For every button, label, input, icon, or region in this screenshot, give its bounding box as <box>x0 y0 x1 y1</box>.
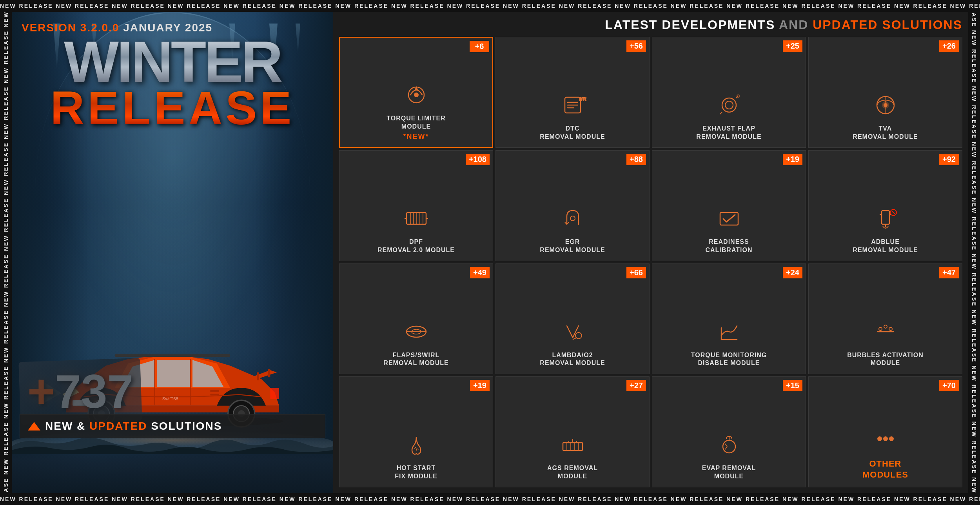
module-icon-torque-monitoring <box>713 316 745 347</box>
left-panel: VERSION 3.2.0.0 JANUARY 2025 WINTER RELE… <box>12 12 333 493</box>
svg-text:DTC: DTC <box>579 97 586 102</box>
module-icon-dpf-removal <box>401 203 432 234</box>
module-badge-hot-start: +19 <box>470 380 490 391</box>
module-badge-dpf-removal: +108 <box>466 154 490 165</box>
module-card-lambda[interactable]: +66LAMBDA/O2REMOVAL MODULE <box>495 263 650 374</box>
svg-rect-12 <box>257 372 259 380</box>
module-name-ags-removal: AGS REMOVALMODULE <box>547 464 598 481</box>
main-content: VERSION 3.2.0.0 JANUARY 2025 WINTER RELE… <box>12 12 968 493</box>
module-name-torque-monitoring: TORQUE MONITORINGDISABLE MODULE <box>691 351 767 368</box>
header-and: AND <box>779 18 813 32</box>
module-name-torque-limiter: TORQUE LIMITERMODULE <box>387 114 446 131</box>
module-icon-flaps-swirl <box>401 316 432 347</box>
module-icon-egr-removal <box>557 203 588 234</box>
module-name-adblue: ADBLUEREMOVAL MODULE <box>853 238 918 254</box>
module-badge-evap-removal: +15 <box>783 380 802 391</box>
winter-title-section: WINTER RELEASE <box>20 37 325 129</box>
module-badge-dtc-removal: +56 <box>626 40 646 52</box>
winter-word: WINTER <box>20 37 325 87</box>
module-card-tva-removal[interactable]: +26TVAREMOVAL MODULE <box>808 37 962 148</box>
svg-point-57 <box>889 437 893 441</box>
svg-rect-14 <box>210 390 219 392</box>
triangle-icon <box>28 422 40 431</box>
module-icon-exhaust-flap <box>713 89 745 121</box>
module-name-flaps-swirl: FLAPS/SWIRLREMOVAL MODULE <box>383 351 448 368</box>
module-card-exhaust-flap[interactable]: +25EXHAUST FLAPREMOVAL MODULE <box>652 37 806 148</box>
module-card-dpf-removal[interactable]: +108DPFREMOVAL 2.0 MODULE <box>339 150 493 261</box>
module-name-evap-removal: EVAP REMOVALMODULE <box>702 464 756 481</box>
right-header: LATEST DEVELOPMENTS AND UPDATED SOLUTION… <box>339 18 962 32</box>
module-icon-lambda <box>557 316 588 347</box>
header-solutions: UPDATED SOLUTIONS <box>813 18 962 32</box>
svg-point-22 <box>722 98 736 112</box>
module-card-torque-monitoring[interactable]: +24TORQUE MONITORINGDISABLE MODULE <box>652 263 806 374</box>
solutions-updated-text: UPDATED <box>89 420 151 432</box>
module-badge-burbles: +47 <box>939 267 959 278</box>
svg-point-46 <box>879 327 882 331</box>
module-new-badge-torque-limiter: *NEW* <box>403 133 429 141</box>
module-card-egr-removal[interactable]: +88EGRREMOVAL MODULE <box>495 150 650 261</box>
module-name-lambda: LAMBDA/O2REMOVAL MODULE <box>540 351 605 368</box>
module-badge-lambda: +66 <box>626 267 646 278</box>
module-icon-other-modules <box>870 423 901 454</box>
module-badge-exhaust-flap: +25 <box>783 40 802 52</box>
module-name-dpf-removal: DPFREMOVAL 2.0 MODULE <box>377 238 455 254</box>
module-card-other-modules[interactable]: +70OTHERMODULES <box>808 376 962 487</box>
solutions-new-text: NEW & <box>45 420 89 432</box>
module-card-hot-start[interactable]: +19HOT STARTFIX MODULE <box>339 376 493 487</box>
module-icon-tva-removal <box>870 89 901 121</box>
module-icon-adblue <box>870 203 901 234</box>
svg-rect-15 <box>210 394 219 396</box>
module-badge-egr-removal: +88 <box>626 154 646 165</box>
counter-badge: +737 <box>27 368 133 415</box>
top-banner: NEW RELEASE NEW RELEASE NEW RELEASE NEW … <box>0 0 980 12</box>
module-icon-hot-start <box>401 429 432 460</box>
svg-rect-13 <box>268 369 270 377</box>
module-card-readiness[interactable]: +19READINESSCALIBRATION <box>652 150 806 261</box>
module-name-readiness: READINESSCALIBRATION <box>705 238 752 254</box>
svg-point-56 <box>884 437 887 441</box>
bottom-banner: NEW RELEASE NEW RELEASE NEW RELEASE NEW … <box>0 493 980 505</box>
svg-text:SwifT68: SwifT68 <box>162 396 178 401</box>
module-card-ags-removal[interactable]: +27AGS REMOVALMODULE <box>495 376 650 487</box>
right-panel: LATEST DEVELOPMENTS AND UPDATED SOLUTION… <box>333 12 968 493</box>
solutions-rest-text: SOLUTIONS <box>151 420 222 432</box>
module-icon-ags-removal <box>557 429 588 460</box>
svg-rect-10 <box>270 388 279 399</box>
module-icon-dtc-removal: DTC <box>557 89 588 121</box>
left-banner-text: NEW RELEASE NEW RELEASE NEW RELEASE NEW … <box>3 12 9 493</box>
module-card-flaps-swirl[interactable]: +49FLAPS/SWIRLREMOVAL MODULE <box>339 263 493 374</box>
svg-point-19 <box>414 93 418 97</box>
module-badge-flaps-swirl: +49 <box>470 267 490 278</box>
svg-point-23 <box>725 101 733 109</box>
left-banner: NEW RELEASE NEW RELEASE NEW RELEASE NEW … <box>0 12 12 493</box>
svg-point-48 <box>889 327 892 331</box>
svg-point-55 <box>878 437 882 441</box>
top-banner-text: NEW RELEASE NEW RELEASE NEW RELEASE NEW … <box>0 3 980 9</box>
module-card-dtc-removal[interactable]: +56DTCDTCREMOVAL MODULE <box>495 37 650 148</box>
module-badge-readiness: +19 <box>783 154 802 165</box>
module-name-burbles: BURBLES ACTIVATIONMODULE <box>847 351 924 368</box>
solutions-text: NEW & UPDATED SOLUTIONS <box>45 420 222 432</box>
module-name-dtc-removal: DTCREMOVAL MODULE <box>540 125 605 141</box>
module-name-exhaust-flap: EXHAUST FLAPREMOVAL MODULE <box>696 125 761 141</box>
module-card-burbles[interactable]: +47BURBLES ACTIVATIONMODULE <box>808 263 962 374</box>
module-badge-tva-removal: +26 <box>939 40 959 52</box>
module-name-other-modules: OTHERMODULES <box>862 458 908 481</box>
module-icon-burbles <box>870 316 901 347</box>
module-name-egr-removal: EGRREMOVAL MODULE <box>540 238 605 254</box>
svg-rect-11 <box>115 354 230 357</box>
module-badge-ags-removal: +27 <box>626 380 646 391</box>
module-badge-other-modules: +70 <box>939 380 959 391</box>
module-icon-readiness <box>713 203 745 234</box>
release-word: RELEASE <box>20 87 325 129</box>
modules-grid: +6TORQUE LIMITERMODULE*NEW*+56DTCDTCREMO… <box>339 37 962 487</box>
svg-line-26 <box>720 112 722 114</box>
module-badge-torque-monitoring: +24 <box>783 267 802 278</box>
svg-point-54 <box>723 440 735 453</box>
svg-line-41 <box>892 211 895 214</box>
module-card-adblue[interactable]: +92ADBLUEREMOVAL MODULE <box>808 150 962 261</box>
module-card-torque-limiter[interactable]: +6TORQUE LIMITERMODULE*NEW* <box>339 37 493 148</box>
right-banner-text: NEW RELEASE NEW RELEASE NEW RELEASE NEW … <box>971 12 977 493</box>
module-card-evap-removal[interactable]: +15EVAP REMOVALMODULE <box>652 376 806 487</box>
